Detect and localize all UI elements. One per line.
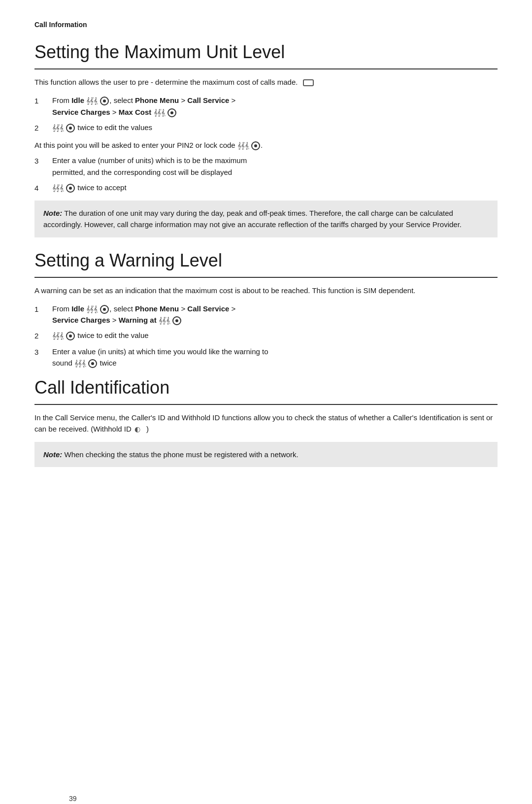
- section1-steps-cont: 3 Enter a value (number of units) which …: [34, 155, 498, 194]
- step-item: 1 From Idle 𝄞𝄟𝄠 , select Phone Menu > Ca…: [34, 303, 498, 326]
- section1-desc: This function allows the user to pre - d…: [34, 76, 498, 88]
- note-text-1: The duration of one unit may vary during…: [43, 209, 462, 229]
- step-item: 3 Enter a value (number of units) which …: [34, 155, 498, 178]
- section3-desc: In the Call Service menu, the Caller's I…: [34, 412, 498, 435]
- wavy-icon8: 𝄞𝄟𝄠: [52, 331, 64, 341]
- step-number: 1: [34, 95, 52, 106]
- step-content: Enter a value (number of units) which is…: [52, 155, 498, 178]
- step-number: 2: [34, 122, 52, 134]
- step-item: 1 From Idle 𝄞𝄟𝄠 , select Phone Menu > Ca…: [34, 95, 498, 118]
- circle-icon4: [251, 141, 260, 150]
- step-content: From Idle 𝄞𝄟𝄠 , select Phone Menu > Call…: [52, 303, 498, 326]
- wavy-icon4: 𝄞𝄟𝄠: [237, 141, 249, 151]
- rect-icon: [303, 79, 314, 86]
- circle-icon3: [66, 124, 75, 133]
- wavy-icon5: 𝄞𝄟𝄠: [52, 183, 64, 193]
- step-item: 4 𝄞𝄟𝄠 twice to accept: [34, 182, 498, 194]
- person-icon: ◐: [134, 424, 143, 435]
- step-item: 3 Enter a value (in units) at which time…: [34, 346, 498, 369]
- step-number: 4: [34, 182, 52, 194]
- circle-icon6: [100, 305, 109, 314]
- page-number: 39: [69, 794, 77, 804]
- wavy-icon2: 𝄞𝄟𝄠: [154, 108, 165, 118]
- wavy-icon6: 𝄞𝄟𝄠: [86, 304, 98, 314]
- section1-title: Setting the Maximum Unit Level: [34, 39, 498, 69]
- section2-desc: A warning can be set as an indication th…: [34, 285, 498, 296]
- section2-steps: 1 From Idle 𝄞𝄟𝄠 , select Phone Menu > Ca…: [34, 303, 498, 368]
- wavy-icon7: 𝄞𝄟𝄠: [159, 316, 170, 326]
- wavy-icon3: 𝄞𝄟𝄠: [52, 123, 64, 133]
- note-box-1: Note: The duration of one unit may vary …: [34, 201, 498, 237]
- circle-icon: [100, 97, 109, 105]
- section3-title: Call Identification: [34, 374, 498, 405]
- step-content: Enter a value (in units) at which time y…: [52, 346, 498, 369]
- step-content: 𝄞𝄟𝄠 twice to edit the values: [52, 122, 498, 133]
- step-content: 𝄞𝄟𝄠 twice to edit the value: [52, 330, 498, 341]
- step-item: 2 𝄞𝄟𝄠 twice to edit the value: [34, 330, 498, 341]
- call-info-label: Call Information: [34, 20, 498, 30]
- circle-icon8: [66, 332, 75, 340]
- step-content: From Idle 𝄞𝄟𝄠 , select Phone Menu > Call…: [52, 95, 498, 118]
- note-box-2: Note: When checking the status the phone…: [34, 442, 498, 467]
- at-this-point-text: At this point you will be asked to enter…: [34, 139, 498, 151]
- wavy-icon: 𝄞𝄟𝄠: [86, 96, 98, 106]
- circle-icon2: [167, 108, 176, 117]
- step-number: 3: [34, 346, 52, 358]
- section2-title: Setting a Warning Level: [34, 247, 498, 278]
- wavy-icon9: 𝄞𝄟𝄠: [74, 359, 86, 368]
- step-number: 1: [34, 303, 52, 315]
- step-number: 3: [34, 155, 52, 167]
- circle-icon5: [66, 184, 75, 193]
- step-item: 2 𝄞𝄟𝄠 twice to edit the values: [34, 122, 498, 134]
- section1-steps: 1 From Idle 𝄞𝄟𝄠 , select Phone Menu > Ca…: [34, 95, 498, 134]
- note-text-2: When checking the status the phone must …: [65, 450, 299, 459]
- step-number: 2: [34, 330, 52, 341]
- step-content: 𝄞𝄟𝄠 twice to accept: [52, 182, 498, 193]
- circle-icon7: [172, 316, 181, 325]
- circle-icon9: [88, 359, 97, 368]
